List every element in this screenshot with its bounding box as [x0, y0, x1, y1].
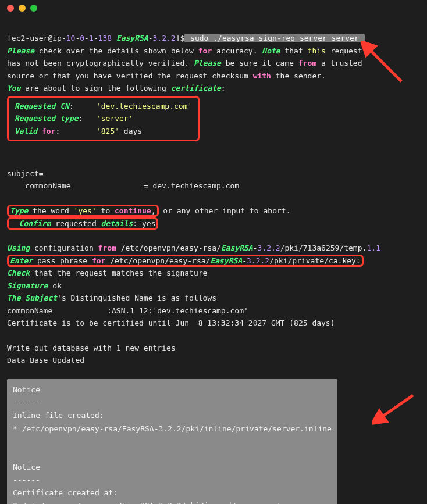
maximize-icon[interactable]: [30, 5, 37, 12]
output-line: Please check over the details shown belo…: [7, 47, 362, 55]
prompt: [ec2-user@ip-10-0-1-138 EasyRSA-3.2.2]$ …: [7, 34, 365, 42]
highlight-box-request: Requested CN: 'dev.techiescamp.com' Requ…: [7, 96, 200, 141]
output-line: subject=: [7, 169, 44, 178]
terminal-window: [ec2-user@ip-10-0-1-138 EasyRSA-3.2.2]$ …: [0, 0, 427, 504]
highlight-box-confirm: Type the word 'yes' to continue,: [7, 205, 159, 217]
close-icon[interactable]: [7, 5, 14, 12]
output-line: Data Base Updated: [7, 356, 84, 364]
titlebar: [0, 0, 427, 16]
output-line: Using configuration from /etc/openvpn/ea…: [7, 244, 380, 252]
output-line: commonName = dev.techiescamp.com: [7, 181, 239, 190]
terminal-body[interactable]: [ec2-user@ip-10-0-1-138 EasyRSA-3.2.2]$ …: [0, 16, 427, 504]
output-line: Write out database with 1 new entries: [7, 344, 176, 352]
output-line: Certificate is to be certified until Jun…: [7, 319, 335, 327]
output-line: Signature ok: [7, 281, 62, 290]
highlight-box-confirm2: Confirm requested details: yes: [7, 217, 158, 230]
highlight-box-passphrase: Enter pass phrase for /etc/openvpn/easy-…: [7, 255, 364, 267]
output-line: The Subject's Distinguished Name is as f…: [7, 294, 216, 302]
notice-block: Notice ------ Inline file created: * /et…: [7, 379, 337, 504]
output-line: commonName :ASN.1 12:'dev.techiescamp.co…: [7, 306, 248, 315]
output-line: Check that the request matches the signa…: [7, 269, 207, 277]
minimize-icon[interactable]: [19, 5, 26, 12]
output-line: You are about to sign the following cert…: [7, 84, 226, 92]
command: sudo ./easyrsa sign-req server server: [184, 34, 364, 42]
output-line: has not been cryptographically verified.…: [7, 59, 362, 67]
output-line: source or that you have verified the req…: [7, 72, 326, 80]
